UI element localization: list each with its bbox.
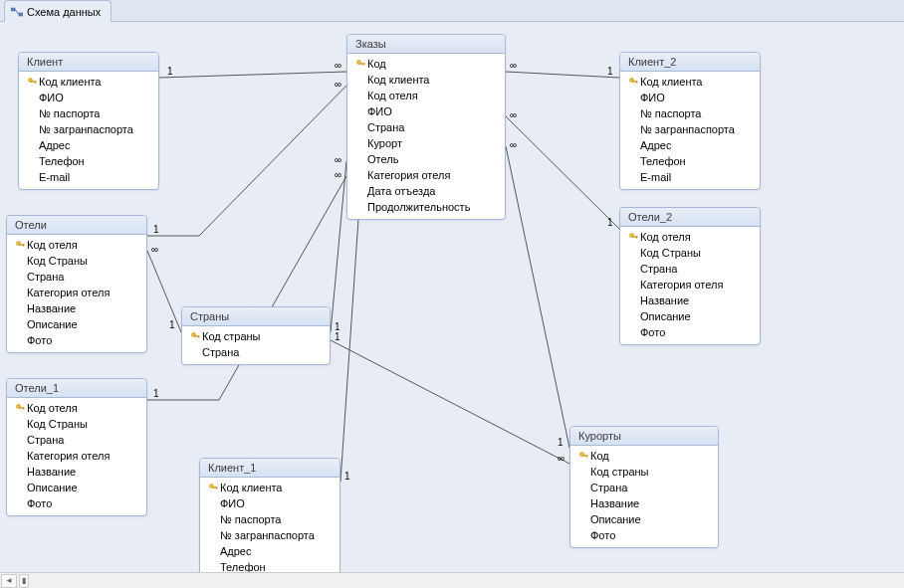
table-field[interactable]: Название xyxy=(570,495,718,511)
svg-rect-45 xyxy=(636,236,637,238)
table-field[interactable]: Телефон xyxy=(19,153,158,169)
table-field[interactable]: Код клиента xyxy=(347,72,505,88)
table-field[interactable]: Название xyxy=(620,293,760,308)
table-field[interactable]: № загранпаспорта xyxy=(200,527,339,543)
table-field[interactable]: Фото xyxy=(620,324,760,340)
table-field[interactable]: № паспорта xyxy=(200,511,339,527)
table-field[interactable]: Курорт xyxy=(347,135,505,151)
table-klient[interactable]: КлиентКод клиентаФИО№ паспорта№ загранпа… xyxy=(18,52,159,190)
table-field[interactable]: Код отеля xyxy=(7,237,146,253)
table-field[interactable]: Адрес xyxy=(620,137,760,153)
relationship-canvas[interactable]: 1∞ 1∞ 1∞ 1∞ 1∞ 1∞ 1∞ 1∞ 1∞ 1∞ КлиентКод … xyxy=(0,22,904,588)
table-field[interactable]: Название xyxy=(7,300,146,316)
table-kurorty[interactable]: КурортыКодКод страныСтранаНазваниеОписан… xyxy=(569,426,719,548)
table-field[interactable]: Телефон xyxy=(620,153,760,169)
table-field[interactable]: Дата отъезда xyxy=(347,183,505,199)
table-header[interactable]: Отели_1 xyxy=(7,379,146,398)
field-label: Описание xyxy=(640,309,691,323)
field-label: Код Страны xyxy=(27,417,88,431)
table-oteli_2[interactable]: Отели_2Код отеляКод СтраныСтранаКатегори… xyxy=(619,207,761,345)
table-klient_1[interactable]: Клиент_1Код клиентаФИО№ паспорта№ загран… xyxy=(199,458,340,588)
svg-rect-48 xyxy=(198,335,199,337)
field-label: Код клиента xyxy=(220,481,282,494)
table-field[interactable]: Код xyxy=(570,448,718,464)
table-field[interactable]: Адрес xyxy=(200,543,339,559)
table-field[interactable]: Страна xyxy=(7,269,146,285)
table-field[interactable]: Код страны xyxy=(570,464,718,480)
table-field[interactable]: Категория отеля xyxy=(7,448,146,464)
svg-rect-54 xyxy=(216,487,217,489)
table-field[interactable]: Код клиента xyxy=(200,480,339,495)
table-oteli_1[interactable]: Отели_1Код отеляКод СтраныСтранаКатегори… xyxy=(6,378,147,516)
horizontal-scrollbar[interactable]: ◄ ▮ xyxy=(0,572,904,588)
table-fields: КодКод клиентаКод отеляФИОСтранаКурортОт… xyxy=(347,54,505,219)
field-label: Дата отъезда xyxy=(367,184,435,198)
table-header[interactable]: Клиент xyxy=(19,53,158,72)
table-field[interactable]: Страна xyxy=(7,432,146,448)
table-field[interactable]: Название xyxy=(7,464,146,480)
table-field[interactable]: № загранпаспорта xyxy=(19,121,158,137)
table-header[interactable]: Страны xyxy=(182,307,330,326)
table-field[interactable]: Код xyxy=(347,56,505,72)
primary-key-icon xyxy=(13,241,27,250)
table-field[interactable]: Категория отеля xyxy=(347,167,505,183)
table-header[interactable]: Отели_2 xyxy=(620,208,760,227)
table-field[interactable]: Код отеля xyxy=(620,229,760,245)
table-strany[interactable]: СтраныКод страныСтрана xyxy=(181,306,331,365)
table-field[interactable]: ФИО xyxy=(19,90,158,105)
table-field[interactable]: Фото xyxy=(570,527,718,543)
table-field[interactable]: Фото xyxy=(7,332,146,348)
scroll-track[interactable]: ▮ xyxy=(19,574,29,588)
table-field[interactable]: Код страны xyxy=(182,328,330,344)
table-field[interactable]: Описание xyxy=(620,308,760,324)
table-header[interactable]: Курорты xyxy=(570,427,718,446)
table-header[interactable]: Клиент_1 xyxy=(200,459,339,478)
table-field[interactable]: № паспорта xyxy=(19,105,158,121)
table-field[interactable]: № загранпаспорта xyxy=(620,121,760,137)
table-field[interactable]: Продолжительность xyxy=(347,199,505,215)
tab-relationships[interactable]: Схема данных xyxy=(4,0,112,22)
table-header[interactable]: Клиент_2 xyxy=(620,53,760,72)
table-field[interactable]: E-mail xyxy=(620,169,760,185)
field-label: Категория отеля xyxy=(27,286,110,299)
table-oteli[interactable]: ОтелиКод отеляКод СтраныСтранаКатегория … xyxy=(6,215,147,353)
table-header[interactable]: Отели xyxy=(7,216,146,235)
table-field[interactable]: ФИО xyxy=(200,495,339,511)
table-field[interactable]: Описание xyxy=(7,480,146,495)
table-field[interactable]: Категория отеля xyxy=(620,277,760,293)
table-field[interactable]: Страна xyxy=(182,344,330,360)
table-field[interactable]: ФИО xyxy=(347,103,505,119)
table-field[interactable]: E-mail xyxy=(19,169,158,185)
table-field[interactable]: Фото xyxy=(7,495,146,511)
table-field[interactable]: Код отеля xyxy=(7,400,146,416)
svg-line-2 xyxy=(15,9,19,14)
table-field[interactable]: Адрес xyxy=(19,137,158,153)
field-label: Адрес xyxy=(640,138,672,152)
table-field[interactable]: Код Страны xyxy=(7,416,146,432)
table-field[interactable]: Категория отеля xyxy=(7,285,146,300)
table-field[interactable]: Код клиента xyxy=(19,74,158,90)
table-field[interactable]: Описание xyxy=(7,316,146,332)
table-field[interactable]: Страна xyxy=(347,119,505,135)
table-field[interactable]: Страна xyxy=(570,480,718,495)
field-label: Код Страны xyxy=(27,254,88,268)
table-field[interactable]: Описание xyxy=(570,511,718,527)
table-field[interactable]: № паспорта xyxy=(620,105,760,121)
table-field[interactable]: Код клиента xyxy=(620,74,760,90)
table-klient_2[interactable]: Клиент_2Код клиентаФИО№ паспорта№ загран… xyxy=(619,52,761,190)
field-label: Фото xyxy=(27,496,52,510)
table-field[interactable]: Страна xyxy=(620,261,760,277)
field-label: № загранпаспорта xyxy=(640,122,735,136)
table-zakazy[interactable]: ЗказыКодКод клиентаКод отеляФИОСтранаКур… xyxy=(346,34,506,220)
svg-text:1: 1 xyxy=(344,471,350,482)
scroll-left-button[interactable]: ◄ xyxy=(1,574,17,588)
field-label: Описание xyxy=(27,481,78,494)
table-field[interactable]: Код отеля xyxy=(347,88,505,103)
table-field[interactable]: Код Страны xyxy=(7,253,146,269)
table-field[interactable]: Код Страны xyxy=(620,245,760,261)
svg-line-3 xyxy=(159,72,346,78)
table-field[interactable]: ФИО xyxy=(620,90,760,105)
field-label: № паспорта xyxy=(220,512,281,526)
table-field[interactable]: Отель xyxy=(347,151,505,167)
table-header[interactable]: Зказы xyxy=(347,35,505,54)
